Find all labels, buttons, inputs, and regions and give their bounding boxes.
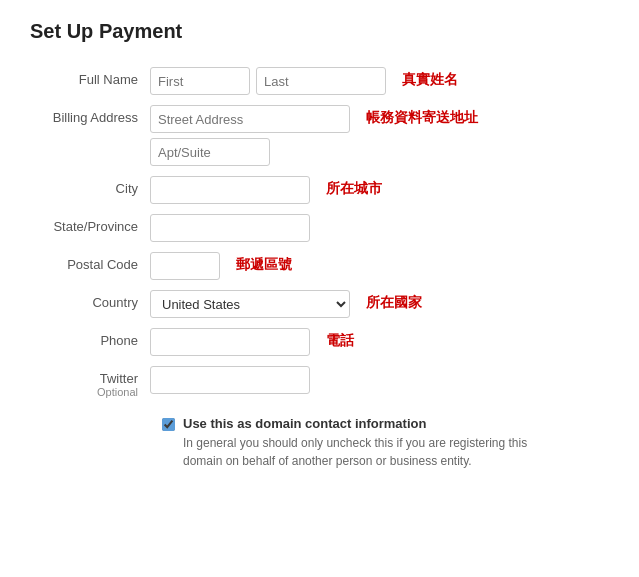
checkbox-description: In general you should only uncheck this … xyxy=(183,434,563,470)
phone-annotation: 電話 xyxy=(316,328,354,356)
billing-address-fields: 帳務資料寄送地址 xyxy=(150,105,609,166)
billing-annotation: 帳務資料寄送地址 xyxy=(356,105,478,133)
country-label: Country xyxy=(30,290,150,310)
street-address-input[interactable] xyxy=(150,105,350,133)
phone-label: Phone xyxy=(30,328,150,348)
checkbox-main-label: Use this as domain contact information xyxy=(183,416,426,431)
state-label: State/Province xyxy=(30,214,150,234)
state-fields xyxy=(150,214,609,242)
city-fields: 所在城市 xyxy=(150,176,609,204)
city-row: City 所在城市 xyxy=(30,176,609,204)
full-name-fields: 真實姓名 xyxy=(150,67,609,95)
postal-fields: 郵遞區號 xyxy=(150,252,609,280)
postal-label: Postal Code xyxy=(30,252,150,272)
domain-contact-checkbox[interactable] xyxy=(162,418,175,431)
twitter-row: Twitter Optional xyxy=(30,366,609,398)
checkbox-label-container: Use this as domain contact information I… xyxy=(183,416,563,470)
domain-contact-checkbox-row: Use this as domain contact information I… xyxy=(30,416,609,470)
state-input[interactable] xyxy=(150,214,310,242)
phone-fields: 電話 xyxy=(150,328,609,356)
country-annotation: 所在國家 xyxy=(356,290,422,318)
postal-row: Postal Code 郵遞區號 xyxy=(30,252,609,280)
phone-input[interactable] xyxy=(150,328,310,356)
city-input[interactable] xyxy=(150,176,310,204)
postal-annotation: 郵遞區號 xyxy=(226,252,292,280)
twitter-label: Twitter Optional xyxy=(30,366,150,398)
state-row: State/Province xyxy=(30,214,609,242)
first-name-input[interactable] xyxy=(150,67,250,95)
full-name-annotation: 真實姓名 xyxy=(392,67,458,95)
page-title: Set Up Payment xyxy=(30,20,609,43)
city-label: City xyxy=(30,176,150,196)
last-name-input[interactable] xyxy=(256,67,386,95)
full-name-label: Full Name xyxy=(30,67,150,87)
country-fields: United States Canada United Kingdom Aust… xyxy=(150,290,609,318)
country-row: Country United States Canada United King… xyxy=(30,290,609,318)
twitter-input[interactable] xyxy=(150,366,310,394)
billing-address-row: Billing Address 帳務資料寄送地址 xyxy=(30,105,609,166)
apt-suite-input[interactable] xyxy=(150,138,270,166)
full-name-row: Full Name 真實姓名 xyxy=(30,67,609,95)
phone-row: Phone 電話 xyxy=(30,328,609,356)
postal-input[interactable] xyxy=(150,252,220,280)
twitter-fields xyxy=(150,366,609,394)
country-select[interactable]: United States Canada United Kingdom Aust… xyxy=(150,290,350,318)
billing-address-label: Billing Address xyxy=(30,105,150,125)
city-annotation: 所在城市 xyxy=(316,176,382,204)
